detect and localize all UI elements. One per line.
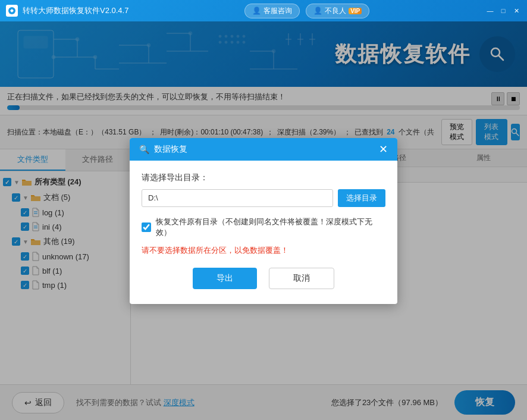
modal-body: 请选择导出目录： 选择目录 恢复文件原有目录（不创建则同名文件将被覆盖！深度模式… bbox=[130, 161, 397, 304]
modal-title: 数据恢复 bbox=[154, 144, 187, 155]
path-row: 选择目录 bbox=[142, 189, 385, 207]
modal-overlay: 🔍 数据恢复 ✕ 请选择导出目录： 选择目录 恢复文件原有目录（不创建则同名文件… bbox=[0, 21, 527, 420]
checkbox-row: 恢复文件原有目录（不创建则同名文件将被覆盖！深度模式下无效） bbox=[142, 217, 385, 238]
modal-dir-label: 请选择导出目录： bbox=[142, 173, 385, 183]
app-title: 转转大师数据恢复软件V2.0.4.7 bbox=[23, 5, 128, 16]
modal-header-left: 🔍 数据恢复 bbox=[139, 144, 187, 155]
maximize-button[interactable]: □ bbox=[498, 6, 508, 15]
window-controls: — □ ✕ bbox=[485, 6, 521, 15]
modal-footer: 导出 取消 bbox=[142, 268, 385, 292]
user-button[interactable]: 👤 不良人 VIP bbox=[306, 4, 369, 18]
title-center: 👤 客服咨询 👤 不良人 VIP bbox=[244, 4, 369, 18]
modal-close-button[interactable]: ✕ bbox=[379, 144, 388, 155]
modal-search-icon: 🔍 bbox=[139, 145, 149, 154]
service-icon: 👤 bbox=[252, 7, 261, 15]
app-icon bbox=[6, 5, 18, 17]
export-button[interactable]: 导出 bbox=[193, 268, 257, 289]
checkbox-label: 恢复文件原有目录（不创建则同名文件将被覆盖！深度模式下无效） bbox=[156, 217, 385, 238]
title-left: 转转大师数据恢复软件V2.0.4.7 bbox=[6, 5, 128, 17]
warning-text: 请不要选择数据所在分区，以免数据覆盖！ bbox=[142, 245, 385, 256]
service-button[interactable]: 👤 客服咨询 bbox=[244, 4, 300, 18]
modal-dialog: 🔍 数据恢复 ✕ 请选择导出目录： 选择目录 恢复文件原有目录（不创建则同名文件… bbox=[130, 138, 397, 304]
titlebar: 转转大师数据恢复软件V2.0.4.7 👤 客服咨询 👤 不良人 VIP — □ … bbox=[0, 0, 527, 21]
select-dir-button[interactable]: 选择目录 bbox=[338, 189, 385, 207]
user-avatar: 👤 bbox=[313, 7, 322, 15]
cancel-button[interactable]: 取消 bbox=[269, 268, 334, 289]
vip-badge: VIP bbox=[349, 8, 362, 14]
minimize-button[interactable]: — bbox=[485, 6, 495, 15]
restore-original-dir-checkbox[interactable] bbox=[142, 222, 151, 232]
close-button[interactable]: ✕ bbox=[512, 6, 521, 15]
modal-header: 🔍 数据恢复 ✕ bbox=[130, 138, 397, 161]
path-input[interactable] bbox=[142, 189, 333, 207]
